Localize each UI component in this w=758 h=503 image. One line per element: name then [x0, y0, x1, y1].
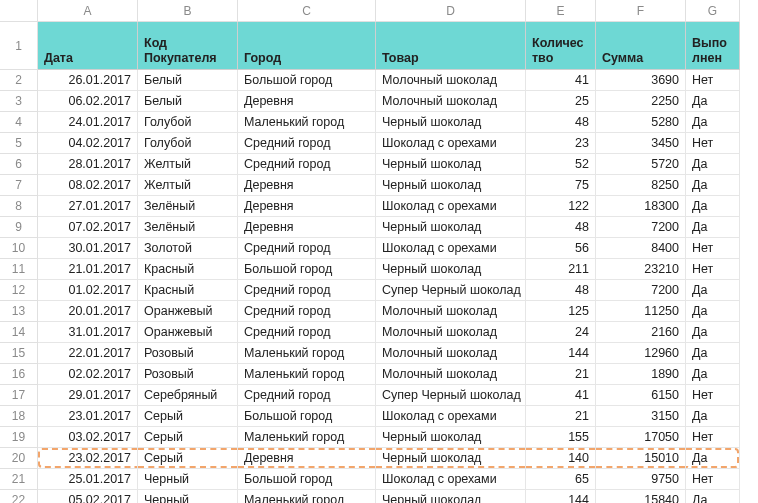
cell-C2[interactable]: Большой город: [238, 70, 376, 91]
cell-B16[interactable]: Розовый: [138, 364, 238, 385]
cell-D22[interactable]: Черный шоколад: [376, 490, 526, 503]
row-header-15[interactable]: 15: [0, 343, 38, 364]
cell-C8[interactable]: Деревня: [238, 196, 376, 217]
cell-C22[interactable]: Маленький город: [238, 490, 376, 503]
cell-F19[interactable]: 17050: [596, 427, 686, 448]
cell-A7[interactable]: 08.02.2017: [38, 175, 138, 196]
header-cell-D[interactable]: Товар: [376, 22, 526, 70]
cell-E11[interactable]: 211: [526, 259, 596, 280]
cell-B2[interactable]: Белый: [138, 70, 238, 91]
cell-G12[interactable]: Да: [686, 280, 740, 301]
row-header-1[interactable]: 1: [0, 22, 38, 70]
cell-A21[interactable]: 25.01.2017: [38, 469, 138, 490]
cell-D20[interactable]: Черный шоколад: [376, 448, 526, 469]
cell-C14[interactable]: Средний город: [238, 322, 376, 343]
cell-D15[interactable]: Молочный шоколад: [376, 343, 526, 364]
cell-E8[interactable]: 122: [526, 196, 596, 217]
cell-D19[interactable]: Черный шоколад: [376, 427, 526, 448]
cell-E13[interactable]: 125: [526, 301, 596, 322]
cell-A14[interactable]: 31.01.2017: [38, 322, 138, 343]
cell-F3[interactable]: 2250: [596, 91, 686, 112]
cell-C3[interactable]: Деревня: [238, 91, 376, 112]
row-header-6[interactable]: 6: [0, 154, 38, 175]
cell-E10[interactable]: 56: [526, 238, 596, 259]
cell-C9[interactable]: Деревня: [238, 217, 376, 238]
cell-A8[interactable]: 27.01.2017: [38, 196, 138, 217]
cell-G7[interactable]: Да: [686, 175, 740, 196]
col-header-C[interactable]: C: [238, 0, 376, 22]
cell-F20[interactable]: 15010: [596, 448, 686, 469]
cell-E5[interactable]: 23: [526, 133, 596, 154]
cell-E19[interactable]: 155: [526, 427, 596, 448]
cell-D10[interactable]: Шоколад с орехами: [376, 238, 526, 259]
col-header-A[interactable]: A: [38, 0, 138, 22]
header-cell-C[interactable]: Город: [238, 22, 376, 70]
row-header-2[interactable]: 2: [0, 70, 38, 91]
row-header-4[interactable]: 4: [0, 112, 38, 133]
row-header-9[interactable]: 9: [0, 217, 38, 238]
cell-D8[interactable]: Шоколад с орехами: [376, 196, 526, 217]
cell-B18[interactable]: Серый: [138, 406, 238, 427]
cell-A12[interactable]: 01.02.2017: [38, 280, 138, 301]
cell-A9[interactable]: 07.02.2017: [38, 217, 138, 238]
cell-C13[interactable]: Средний город: [238, 301, 376, 322]
cell-G14[interactable]: Да: [686, 322, 740, 343]
cell-A17[interactable]: 29.01.2017: [38, 385, 138, 406]
cell-F11[interactable]: 23210: [596, 259, 686, 280]
cell-G20[interactable]: Да: [686, 448, 740, 469]
cell-G13[interactable]: Да: [686, 301, 740, 322]
cell-G17[interactable]: Нет: [686, 385, 740, 406]
cell-C21[interactable]: Большой город: [238, 469, 376, 490]
cell-E6[interactable]: 52: [526, 154, 596, 175]
cell-E9[interactable]: 48: [526, 217, 596, 238]
cell-G18[interactable]: Да: [686, 406, 740, 427]
cell-G8[interactable]: Да: [686, 196, 740, 217]
cell-D9[interactable]: Черный шоколад: [376, 217, 526, 238]
cell-G19[interactable]: Нет: [686, 427, 740, 448]
cell-A19[interactable]: 03.02.2017: [38, 427, 138, 448]
cell-C12[interactable]: Средний город: [238, 280, 376, 301]
cell-F2[interactable]: 3690: [596, 70, 686, 91]
row-header-10[interactable]: 10: [0, 238, 38, 259]
cell-B12[interactable]: Красный: [138, 280, 238, 301]
cell-B14[interactable]: Оранжевый: [138, 322, 238, 343]
cell-B21[interactable]: Черный: [138, 469, 238, 490]
cell-D13[interactable]: Молочный шоколад: [376, 301, 526, 322]
cell-D4[interactable]: Черный шоколад: [376, 112, 526, 133]
cell-B17[interactable]: Серебряный: [138, 385, 238, 406]
cell-B20[interactable]: Серый: [138, 448, 238, 469]
cell-B10[interactable]: Золотой: [138, 238, 238, 259]
cell-C19[interactable]: Маленький город: [238, 427, 376, 448]
cell-G5[interactable]: Нет: [686, 133, 740, 154]
cell-F5[interactable]: 3450: [596, 133, 686, 154]
cell-G3[interactable]: Да: [686, 91, 740, 112]
cell-D3[interactable]: Молочный шоколад: [376, 91, 526, 112]
cell-G9[interactable]: Да: [686, 217, 740, 238]
col-header-D[interactable]: D: [376, 0, 526, 22]
cell-A15[interactable]: 22.01.2017: [38, 343, 138, 364]
cell-F18[interactable]: 3150: [596, 406, 686, 427]
cell-F15[interactable]: 12960: [596, 343, 686, 364]
cell-B5[interactable]: Голубой: [138, 133, 238, 154]
spreadsheet-grid[interactable]: ABCDEFG1ДатаКод ПокупателяГородТоварКоли…: [0, 0, 758, 503]
cell-F16[interactable]: 1890: [596, 364, 686, 385]
row-header-17[interactable]: 17: [0, 385, 38, 406]
header-cell-E[interactable]: Количество: [526, 22, 596, 70]
cell-E2[interactable]: 41: [526, 70, 596, 91]
cell-F4[interactable]: 5280: [596, 112, 686, 133]
cell-D2[interactable]: Молочный шоколад: [376, 70, 526, 91]
cell-C20[interactable]: Деревня: [238, 448, 376, 469]
cell-C17[interactable]: Средний город: [238, 385, 376, 406]
cell-C5[interactable]: Средний город: [238, 133, 376, 154]
cell-A5[interactable]: 04.02.2017: [38, 133, 138, 154]
cell-E14[interactable]: 24: [526, 322, 596, 343]
row-header-16[interactable]: 16: [0, 364, 38, 385]
cell-A2[interactable]: 26.01.2017: [38, 70, 138, 91]
row-header-5[interactable]: 5: [0, 133, 38, 154]
cell-D7[interactable]: Черный шоколад: [376, 175, 526, 196]
row-header-14[interactable]: 14: [0, 322, 38, 343]
col-header-F[interactable]: F: [596, 0, 686, 22]
row-header-8[interactable]: 8: [0, 196, 38, 217]
cell-G2[interactable]: Нет: [686, 70, 740, 91]
cell-B15[interactable]: Розовый: [138, 343, 238, 364]
